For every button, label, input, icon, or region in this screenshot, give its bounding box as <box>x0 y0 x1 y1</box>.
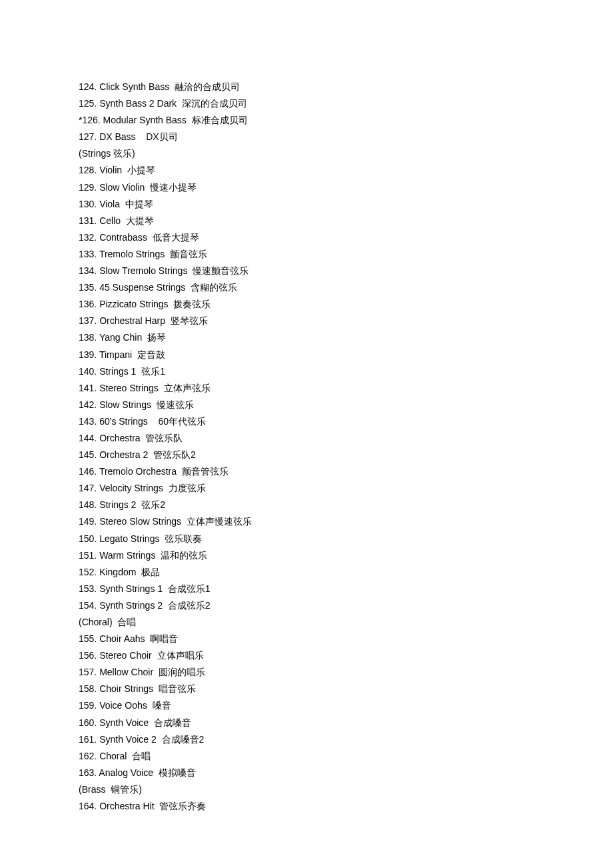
list-item: 152. Kingdom 极品 <box>79 564 545 581</box>
list-item: (Choral) 合唱 <box>79 614 545 631</box>
list-item: 156. Stereo Choir 立体声唱乐 <box>79 647 545 664</box>
list-item: (Brass 铜管乐) <box>79 781 545 798</box>
list-item: 161. Synth Voice 2 合成嗓音2 <box>79 731 545 748</box>
list-item: 140. Strings 1 弦乐1 <box>79 363 545 380</box>
list-item: 130. Viola 中提琴 <box>79 196 545 213</box>
list-item: 133. Tremolo Strings 颤音弦乐 <box>79 246 545 263</box>
list-item: 151. Warm Strings 温和的弦乐 <box>79 547 545 564</box>
list-item: 139. Timpani 定音鼓 <box>79 347 545 363</box>
list-item: 162. Choral 合唱 <box>79 748 545 765</box>
list-item: 163. Analog Voice 模拟嗓音 <box>79 765 545 781</box>
list-item: 160. Synth Voice 合成嗓音 <box>79 715 545 731</box>
list-item: 150. Legato Strings 弦乐联奏 <box>79 531 545 547</box>
list-item: 141. Stereo Strings 立体声弦乐 <box>79 380 545 397</box>
list-item: 124. Click Synth Bass 融洽的合成贝司 <box>79 79 545 95</box>
list-item: (Strings 弦乐) <box>79 145 545 162</box>
list-item: 157. Mellow Choir 圆润的唱乐 <box>79 664 545 681</box>
list-item: 142. Slow Strings 慢速弦乐 <box>79 397 545 413</box>
list-item: 153. Synth Strings 1 合成弦乐1 <box>79 581 545 597</box>
list-item: 149. Stereo Slow Strings 立体声慢速弦乐 <box>79 513 545 530</box>
list-item: 159. Voice Oohs 嗓音 <box>79 697 545 714</box>
list-item: 147. Velocity Strings 力度弦乐 <box>79 480 545 497</box>
list-item: 155. Choir Aahs 啊唱音 <box>79 631 545 647</box>
list-item: 148. Strings 2 弦乐2 <box>79 497 545 513</box>
list-item: *126. Modular Synth Bass 标准合成贝司 <box>79 112 545 129</box>
list-item: 164. Orchestra Hit 管弦乐齐奏 <box>79 798 545 815</box>
list-item: 125. Synth Bass 2 Dark 深沉的合成贝司 <box>79 95 545 112</box>
document-content: 124. Click Synth Bass 融洽的合成贝司125. Synth … <box>0 0 545 815</box>
list-item: 136. Pizzicato Strings 拨奏弦乐 <box>79 296 545 313</box>
list-item: 158. Choir Strings 唱音弦乐 <box>79 681 545 697</box>
list-item: 144. Orchestra 管弦乐队 <box>79 430 545 447</box>
list-item: 127. DX Bass DX贝司 <box>79 129 545 145</box>
list-item: 143. 60's Strings 60年代弦乐 <box>79 413 545 430</box>
list-item: 137. Orchestral Harp 竖琴弦乐 <box>79 313 545 329</box>
list-item: 145. Orchestra 2 管弦乐队2 <box>79 447 545 463</box>
list-item: 135. 45 Suspense Strings 含糊的弦乐 <box>79 279 545 296</box>
list-item: 154. Synth Strings 2 合成弦乐2 <box>79 597 545 614</box>
list-item: 138. Yang Chin 扬琴 <box>79 329 545 346</box>
list-item: 132. Contrabass 低音大提琴 <box>79 229 545 246</box>
list-item: 146. Tremolo Orchestra 颤音管弦乐 <box>79 463 545 480</box>
list-item: 129. Slow Violin 慢速小提琴 <box>79 179 545 196</box>
list-item: 134. Slow Tremolo Strings 慢速颤音弦乐 <box>79 263 545 279</box>
list-item: 131. Cello 大提琴 <box>79 213 545 229</box>
list-item: 128. Violin 小提琴 <box>79 162 545 179</box>
